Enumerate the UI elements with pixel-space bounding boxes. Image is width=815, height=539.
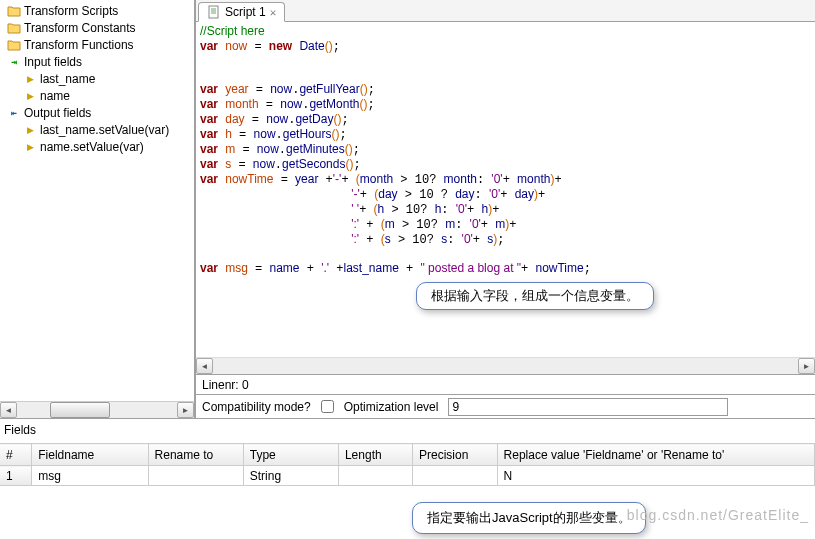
- sidebar: Transform ScriptsTransform ConstantsTran…: [0, 0, 195, 418]
- watermark: blog.csdn.net/GreatElite_: [627, 507, 809, 523]
- col-header[interactable]: Replace value 'Fieldname' or 'Rename to': [497, 444, 814, 466]
- tree-label: Transform Functions: [24, 38, 134, 52]
- tree-label: name.setValue(var): [40, 140, 144, 154]
- sidebar-scrollbar[interactable]: ◄ ►: [0, 401, 194, 418]
- fields-title: Fields: [0, 419, 815, 443]
- col-header[interactable]: Fieldname: [32, 444, 148, 466]
- tree-item-1[interactable]: Transform Constants: [4, 19, 194, 36]
- folder-icon: [6, 3, 22, 19]
- field-icon: ▶: [22, 88, 38, 104]
- tree-item-2[interactable]: Transform Functions: [4, 36, 194, 53]
- code-editor[interactable]: //Script here var now = new Date(); var …: [196, 22, 815, 357]
- editor-scrollbar[interactable]: ◄ ►: [196, 357, 815, 374]
- tree-item-3[interactable]: ⇥Input fields: [4, 53, 194, 70]
- fields-table: #FieldnameRename toTypeLengthPrecisionRe…: [0, 443, 815, 486]
- tree-item-5[interactable]: ▶name: [4, 87, 194, 104]
- tab-script-1[interactable]: Script 1 ✕: [198, 2, 285, 22]
- tree-label: last_name.setValue(var): [40, 123, 169, 137]
- cell-fieldname[interactable]: msg: [32, 466, 148, 486]
- scroll-thumb[interactable]: [50, 402, 110, 418]
- tab-label: Script 1: [225, 5, 266, 19]
- scroll-track[interactable]: [213, 358, 798, 374]
- output-icon: ⇤: [6, 105, 22, 121]
- script-icon: [207, 5, 221, 19]
- cell-rename[interactable]: [148, 466, 243, 486]
- compat-bar: Compatibility mode? Optimization level: [196, 394, 815, 418]
- folder-icon: [6, 37, 22, 53]
- scroll-right-button[interactable]: ►: [177, 402, 194, 418]
- cell-precision[interactable]: [412, 466, 497, 486]
- fields-panel: Fields #FieldnameRename toTypeLengthPrec…: [0, 418, 815, 486]
- col-header[interactable]: #: [0, 444, 32, 466]
- tree-label: name: [40, 89, 70, 103]
- row-number: 1: [0, 466, 32, 486]
- compat-label: Compatibility mode?: [202, 400, 311, 414]
- field-icon: ▶: [22, 139, 38, 155]
- col-header[interactable]: Type: [243, 444, 338, 466]
- col-header[interactable]: Rename to: [148, 444, 243, 466]
- scroll-right-button[interactable]: ►: [798, 358, 815, 374]
- table-row[interactable]: 1 msg String N: [0, 466, 815, 486]
- scroll-track[interactable]: [17, 402, 177, 418]
- optimization-checkbox[interactable]: [321, 400, 334, 413]
- close-icon[interactable]: ✕: [270, 6, 277, 19]
- callout-1: 根据输入字段，组成一个信息变量。: [416, 282, 654, 310]
- folder-icon: [6, 20, 22, 36]
- input-icon: ⇥: [6, 54, 22, 70]
- tree-item-7[interactable]: ▶last_name.setValue(var): [4, 121, 194, 138]
- tree-label: Transform Constants: [24, 21, 136, 35]
- col-header[interactable]: Precision: [412, 444, 497, 466]
- tree-label: Input fields: [24, 55, 82, 69]
- tree-item-0[interactable]: Transform Scripts: [4, 2, 194, 19]
- tree-label: last_name: [40, 72, 95, 86]
- status-bar: Linenr: 0: [196, 374, 815, 394]
- field-icon: ▶: [22, 122, 38, 138]
- linenr-label: Linenr: 0: [202, 378, 249, 392]
- col-header[interactable]: Length: [338, 444, 412, 466]
- tree-item-8[interactable]: ▶name.setValue(var): [4, 138, 194, 155]
- scroll-left-button[interactable]: ◄: [196, 358, 213, 374]
- cell-type[interactable]: String: [243, 466, 338, 486]
- field-icon: ▶: [22, 71, 38, 87]
- callout-2: 指定要输出JavaScript的那些变量。: [412, 502, 646, 534]
- tab-bar: Script 1 ✕: [196, 0, 815, 22]
- cell-length[interactable]: [338, 466, 412, 486]
- tree-label: Transform Scripts: [24, 4, 118, 18]
- optlevel-input[interactable]: [448, 398, 728, 416]
- svg-rect-0: [209, 6, 218, 18]
- editor-pane: Script 1 ✕ //Script here var now = new D…: [195, 0, 815, 418]
- tree-label: Output fields: [24, 106, 91, 120]
- cell-replace[interactable]: N: [497, 466, 814, 486]
- optlevel-label: Optimization level: [344, 400, 439, 414]
- tree-item-6[interactable]: ⇤Output fields: [4, 104, 194, 121]
- scroll-left-button[interactable]: ◄: [0, 402, 17, 418]
- tree-item-4[interactable]: ▶last_name: [4, 70, 194, 87]
